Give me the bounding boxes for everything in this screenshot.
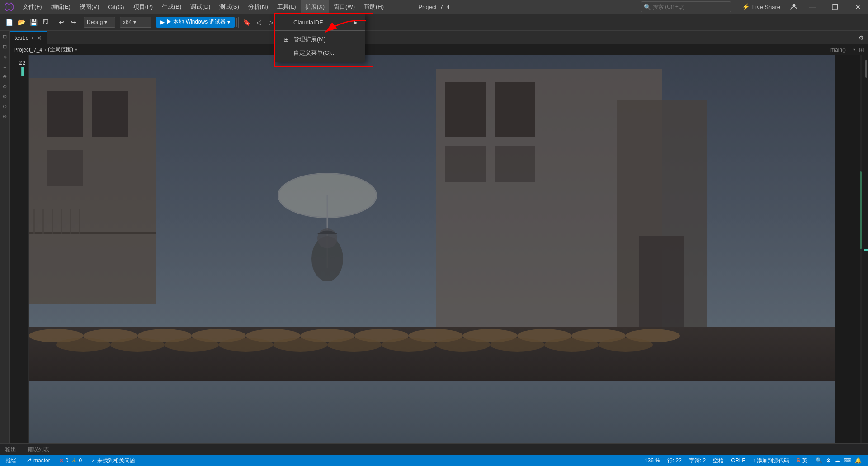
menu-edit[interactable]: 编辑(E) (47, 0, 75, 14)
app-logo (0, 0, 18, 14)
menu-tools[interactable]: 工具(L) (273, 0, 301, 14)
redo-button[interactable]: ↪ (68, 16, 80, 28)
error-icon: ⊘ (59, 457, 64, 464)
error-list-tab[interactable]: 错误列表 (22, 444, 55, 456)
sidebar-icon-2[interactable]: ⊡ (1, 43, 9, 51)
editor-container: test.c ● ✕ ⚙ Project_7_4 › (全局范围) ▾ main… (10, 31, 868, 443)
search-input[interactable] (653, 4, 712, 10)
breadcrumb-dropdown[interactable]: (全局范围) (48, 46, 73, 53)
status-encoding[interactable]: CRLF (729, 457, 747, 464)
status-icons-right: 🔍 ⚙ ☁ ⌨ 🔔 (813, 457, 864, 464)
sidebar-icon-8[interactable]: ⊙ (1, 102, 9, 110)
menu-file[interactable]: 文件(F) (18, 0, 47, 14)
undo-button[interactable]: ↩ (56, 16, 67, 28)
vertical-scrollbar[interactable] (862, 55, 868, 443)
col-label: 字符: 2 (689, 457, 706, 465)
status-col[interactable]: 字符: 2 (687, 457, 708, 465)
main-toolbar: 📄 📂 💾 🖫 ↩ ↪ Debug ▾ x64 ▾ ▶ ▶ 本地 Windows… (0, 14, 868, 31)
status-branch[interactable]: ⎇ master (24, 457, 52, 464)
global-search-box[interactable]: 🔍 (641, 1, 731, 12)
encoding-label: CRLF (731, 457, 745, 464)
tab-filename: test.c (14, 34, 28, 41)
new-file-button[interactable]: 📄 (3, 16, 15, 28)
save-button[interactable]: 💾 (28, 16, 39, 28)
live-share-label: Live Share (752, 4, 780, 10)
menu-view[interactable]: 视图(V) (75, 0, 104, 14)
sidebar-icon-1[interactable]: ⊞ (1, 33, 9, 41)
open-file-button[interactable]: 📂 (15, 16, 27, 28)
status-position[interactable]: 行: 22 (665, 457, 684, 465)
maximize-button[interactable]: ❐ (825, 0, 845, 14)
sidebar-icon-4[interactable]: ≡ (1, 62, 9, 71)
menu-test[interactable]: 测试(S) (215, 0, 243, 14)
window-title: Project_7_4 (418, 4, 449, 10)
scroll-marker (864, 249, 868, 251)
run-icon: ▶ (160, 19, 165, 25)
breadcrumb-project[interactable]: Project_7_4 (14, 47, 42, 53)
tab-settings-button[interactable]: ⚙ (854, 31, 868, 44)
tab-test-c[interactable]: test.c ● ✕ (10, 31, 47, 44)
sidebar-icon-6[interactable]: ⊘ (1, 82, 9, 90)
left-sidebar: ⊞ ⊡ ◈ ≡ ⊕ ⊘ ⊗ ⊙ ⊚ (0, 31, 10, 443)
branch-icon: ⎇ (25, 457, 32, 464)
debug-config-dropdown[interactable]: Debug ▾ (84, 17, 115, 28)
sidebar-icon-3[interactable]: ◈ (1, 52, 9, 61)
status-ready[interactable]: 就绪 (4, 457, 18, 465)
status-lang[interactable]: S 英 (795, 457, 809, 465)
tab-close-button[interactable]: ✕ (37, 34, 42, 42)
run-button[interactable]: ▶ ▶ 本地 Windows 调试器 ▾ (156, 17, 235, 28)
line-numbers: 22 ▌ (10, 55, 29, 443)
live-share-button[interactable]: ⚡ Live Share (736, 0, 786, 14)
icon-cloud[interactable]: ☁ (835, 457, 840, 464)
menu-bar: 文件(F) 编辑(E) 视图(V) Git(G) 项目(P) 生成(B) 调试(… (18, 0, 641, 14)
claudia-icon (283, 19, 290, 26)
sidebar-icon-9[interactable]: ⊚ (1, 112, 9, 120)
indent-label: 空格 (713, 457, 724, 465)
function-selector[interactable]: main() (830, 47, 846, 53)
platform-dropdown[interactable]: x64 ▾ (120, 17, 151, 28)
prev-button[interactable]: ◁ (253, 16, 265, 28)
status-zoom[interactable]: 136 % (643, 457, 662, 464)
output-tab[interactable]: 输出 (0, 444, 22, 456)
breadcrumb-right: main() ▾ ⊞ (830, 46, 864, 53)
icon-search[interactable]: 🔍 (816, 457, 822, 464)
zoom-label: 136 % (645, 457, 660, 464)
menu-debug[interactable]: 调试(D) (186, 0, 215, 14)
menu-extensions[interactable]: 扩展(X) (301, 0, 329, 14)
status-errors[interactable]: ⊘ 0 ⚠ 0 (57, 457, 84, 464)
line-number-22: 22 (13, 59, 26, 67)
manage-label: 管理扩展(M) (293, 35, 326, 43)
minimize-button[interactable]: — (802, 0, 823, 14)
menu-project[interactable]: 项目(P) (129, 0, 157, 14)
function-chevron: ▾ (853, 47, 855, 52)
menu-build[interactable]: 生成(B) (157, 0, 186, 14)
svg-rect-49 (29, 55, 835, 443)
menu-window[interactable]: 窗口(W) (329, 0, 359, 14)
scroll-thumb[interactable] (865, 60, 867, 78)
bookmark-button[interactable]: 🔖 (241, 16, 253, 28)
menu-help[interactable]: 帮助(H) (359, 0, 388, 14)
brand-icon-s: S (797, 457, 800, 464)
breadcrumb-bar: Project_7_4 › (全局范围) ▾ main() ▾ ⊞ (10, 44, 868, 55)
extensions-customize-item[interactable]: 自定义菜单(C)... (275, 46, 365, 60)
menu-git[interactable]: Git(G) (104, 0, 128, 14)
run-label: ▶ 本地 Windows 调试器 (166, 18, 226, 26)
icon-settings2[interactable]: ⚙ (826, 457, 831, 464)
expand-icon[interactable]: ⊞ (859, 46, 864, 53)
extensions-claudia-item[interactable]: ClaudiaIDE ▶ (275, 16, 365, 29)
save-all-button[interactable]: 🖫 (40, 16, 52, 28)
close-button[interactable]: ✕ (847, 0, 868, 14)
toolbar-group-edit: ↩ ↪ (54, 16, 81, 28)
extensions-manage-item[interactable]: ⊞ 管理扩展(M) (275, 33, 365, 46)
code-content-area[interactable] (29, 55, 835, 443)
status-add-source[interactable]: ↑ 添加到源代码 (751, 457, 791, 465)
sidebar-icon-5[interactable]: ⊕ (1, 72, 9, 81)
menu-analyze[interactable]: 分析(N) (244, 0, 273, 14)
icon-keyboard[interactable]: ⌨ (844, 457, 851, 464)
icon-bell[interactable]: 🔔 (855, 457, 862, 464)
status-indent[interactable]: 空格 (711, 457, 726, 465)
status-no-issues[interactable]: ✓ 未找到相关问题 (89, 457, 137, 465)
sidebar-icon-7[interactable]: ⊗ (1, 92, 9, 100)
user-account-icon[interactable] (788, 0, 800, 13)
background-image (29, 55, 835, 443)
